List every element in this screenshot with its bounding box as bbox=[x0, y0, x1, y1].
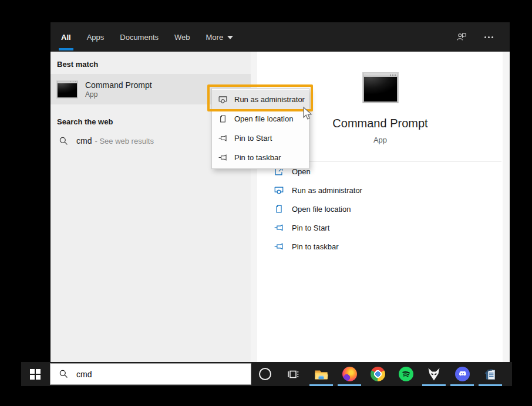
pin-icon bbox=[274, 241, 284, 252]
pin-icon bbox=[218, 153, 228, 163]
cortana-icon bbox=[259, 368, 271, 380]
discord-icon bbox=[455, 367, 470, 381]
taskbar-icon-cortana[interactable] bbox=[251, 362, 279, 386]
file-explorer-icon bbox=[314, 367, 329, 382]
tab-documents-label: Documents bbox=[120, 33, 159, 42]
command-prompt-icon bbox=[56, 80, 78, 99]
spotify-icon bbox=[399, 367, 413, 381]
action-pin-to-taskbar-label: Pin to taskbar bbox=[292, 242, 339, 251]
terminal-prompt-text: C:\_ bbox=[365, 73, 373, 77]
more-options-ellipsis-icon[interactable] bbox=[483, 31, 494, 43]
preview-app-subtitle: App bbox=[373, 136, 387, 144]
taskbar-icon-chrome[interactable] bbox=[363, 362, 392, 386]
running-indicator bbox=[479, 384, 502, 386]
result-subtitle: App bbox=[85, 90, 152, 99]
result-title: Command Prompt bbox=[85, 80, 152, 91]
tab-more[interactable]: More bbox=[206, 22, 234, 52]
foobar2000-icon bbox=[426, 367, 442, 382]
running-indicator bbox=[450, 384, 474, 386]
taskbar bbox=[21, 362, 512, 386]
menu-item-label: Open file location bbox=[234, 114, 293, 123]
preview-app-title: Command Prompt bbox=[332, 117, 427, 130]
preview-action-list: Open Run as administrator Open file loca… bbox=[274, 162, 362, 256]
command-prompt-icon-large: C:\_ bbox=[362, 72, 399, 103]
menu-item-run-as-administrator[interactable]: Run as administrator bbox=[212, 90, 309, 109]
tab-all[interactable]: All bbox=[61, 22, 71, 52]
action-pin-to-start-label: Pin to Start bbox=[292, 224, 329, 232]
start-button[interactable] bbox=[21, 362, 49, 386]
taskbar-icon-spotify[interactable] bbox=[392, 362, 420, 386]
text-editor-icon bbox=[483, 367, 498, 382]
task-view-icon bbox=[286, 367, 300, 381]
pin-icon bbox=[274, 222, 284, 233]
tab-apps-label: Apps bbox=[87, 33, 105, 42]
taskbar-icon-firefox[interactable] bbox=[335, 362, 363, 386]
run-as-admin-icon bbox=[274, 185, 284, 195]
taskbar-icon-discord[interactable] bbox=[448, 362, 476, 386]
tab-documents[interactable]: Documents bbox=[120, 22, 159, 52]
action-open-file-location[interactable]: Open file location bbox=[274, 199, 362, 218]
running-indicator bbox=[309, 384, 333, 386]
search-icon bbox=[59, 136, 69, 146]
menu-item-label: Run as administrator bbox=[234, 95, 305, 104]
action-run-as-admin-label: Run as administrator bbox=[292, 186, 362, 195]
action-pin-to-taskbar[interactable]: Pin to taskbar bbox=[274, 237, 362, 256]
action-run-as-administrator[interactable]: Run as administrator bbox=[274, 181, 362, 199]
best-match-heading: Best match bbox=[50, 52, 251, 69]
taskbar-icon-task-view[interactable] bbox=[279, 362, 307, 386]
tab-more-label: More bbox=[206, 33, 224, 42]
taskbar-search-box[interactable] bbox=[50, 363, 251, 385]
tab-apps[interactable]: Apps bbox=[87, 22, 105, 52]
search-flyout-window: All Apps Documents Web More bbox=[50, 22, 510, 362]
context-menu: Run as administrator Open file location … bbox=[211, 88, 309, 169]
open-file-location-icon bbox=[218, 114, 228, 124]
run-as-admin-icon bbox=[218, 94, 228, 104]
running-indicator bbox=[422, 384, 446, 386]
taskbar-search-input[interactable] bbox=[76, 370, 229, 379]
taskbar-icon-file-explorer[interactable] bbox=[307, 362, 335, 386]
open-file-location-icon bbox=[274, 204, 284, 214]
firefox-icon bbox=[342, 367, 357, 381]
menu-item-pin-to-taskbar[interactable]: Pin to taskbar bbox=[212, 148, 309, 167]
search-icon bbox=[59, 369, 69, 379]
taskbar-icon-foobar2000[interactable] bbox=[420, 362, 448, 386]
web-query-text: cmd bbox=[76, 136, 92, 146]
active-tab-underline bbox=[59, 48, 73, 50]
menu-item-open-file-location[interactable]: Open file location bbox=[212, 109, 309, 128]
ellipsis-icon bbox=[484, 36, 486, 38]
windows-logo-icon bbox=[30, 369, 41, 380]
menu-item-label: Pin to Start bbox=[234, 134, 272, 143]
taskbar-icon-text-editor[interactable] bbox=[476, 362, 504, 386]
tab-web[interactable]: Web bbox=[174, 22, 190, 52]
menu-item-label: Pin to taskbar bbox=[234, 153, 281, 162]
tab-all-label: All bbox=[61, 33, 71, 42]
filter-tabs: All Apps Documents Web More bbox=[61, 22, 233, 52]
running-indicator bbox=[338, 384, 361, 386]
search-filter-header: All Apps Documents Web More bbox=[50, 22, 510, 52]
user-feedback-icon[interactable] bbox=[456, 31, 467, 43]
mouse-cursor bbox=[301, 106, 314, 124]
chrome-icon bbox=[371, 367, 385, 381]
action-pin-to-start[interactable]: Pin to Start bbox=[274, 218, 362, 237]
web-suffix-text: - See web results bbox=[95, 137, 153, 146]
taskbar-icons bbox=[251, 362, 504, 386]
pin-icon bbox=[218, 133, 228, 143]
tab-web-label: Web bbox=[174, 33, 190, 42]
menu-item-pin-to-start[interactable]: Pin to Start bbox=[212, 128, 309, 148]
chevron-down-icon bbox=[227, 36, 233, 39]
action-open-file-location-label: Open file location bbox=[292, 205, 351, 214]
